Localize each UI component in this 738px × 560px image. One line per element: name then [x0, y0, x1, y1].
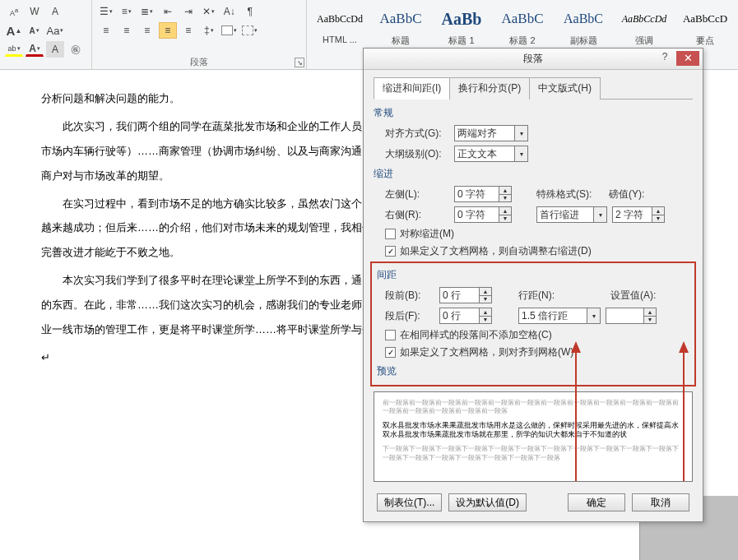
increase-indent-btn[interactable]: ⇥: [179, 3, 197, 20]
indent-left-label: 左侧(L):: [385, 187, 449, 201]
borders-btn[interactable]: ▾: [241, 22, 259, 39]
ruby-btn[interactable]: Aa: [5, 3, 23, 20]
multilevel-btn[interactable]: ≣▾: [138, 3, 156, 20]
dialog-title: 段落: [523, 52, 543, 66]
section-general: 常规: [374, 106, 693, 120]
mirror-check[interactable]: [385, 229, 396, 239]
indent-left-spin[interactable]: 0 字符▲▼: [454, 186, 512, 202]
style-title[interactable]: AaBbC 标题: [371, 2, 430, 50]
indent-right-spin[interactable]: 0 字符▲▼: [454, 206, 512, 223]
section-indent: 缩进: [374, 167, 693, 181]
special-combo[interactable]: 首行缩进▾: [536, 206, 607, 223]
help-btn[interactable]: ?: [655, 51, 675, 66]
char-shading-btn[interactable]: A: [46, 41, 64, 58]
before-spin[interactable]: 0 行▲▼: [439, 287, 492, 303]
line-spacing-btn[interactable]: ‡▾: [200, 22, 218, 39]
paragraph-group: ☰▾ ≡▾ ≣▾ ⇤ ⇥ ✕▾ A↓ ¶ ≡ ≡ ≡ ≡ ≡ ‡▾ ▾ ▾ 段落…: [92, 0, 307, 69]
tab-indent-spacing[interactable]: 缩进和间距(I): [374, 77, 450, 100]
autogrid-check[interactable]: ✓: [385, 246, 396, 257]
close-btn[interactable]: ✕: [676, 51, 699, 66]
enclose-btn[interactable]: W: [26, 3, 44, 20]
autogrid-label: 如果定义了文档网格，则自动调整右缩进(D): [400, 244, 592, 258]
align-center-btn[interactable]: ≡: [118, 22, 136, 39]
distribute-btn[interactable]: ≡: [179, 22, 197, 39]
clear-format-btn[interactable]: Aa▾: [46, 22, 64, 39]
nosame-check[interactable]: [385, 330, 396, 340]
paragraph-dialog: 段落 ? ✕ 缩进和间距(I) 换行和分页(P) 中文版式(H) 常规 对齐方式…: [363, 48, 703, 522]
dialog-titlebar[interactable]: 段落 ? ✕: [364, 49, 703, 70]
shrink-font-btn[interactable]: A▼: [26, 22, 44, 39]
tab-line-page[interactable]: 换行和分页(P): [449, 77, 530, 100]
nosame-label: 在相同样式的段落间不添加空格(C): [400, 328, 552, 342]
style-heading1[interactable]: AaBb 标题 1: [432, 2, 491, 50]
char-border-btn[interactable]: A: [46, 3, 64, 20]
show-marks-btn[interactable]: ¶: [241, 3, 259, 20]
at-label: 设置值(A):: [610, 289, 663, 303]
align-right-btn[interactable]: ≡: [138, 22, 156, 39]
highlight-btn[interactable]: ab▾: [5, 43, 23, 57]
shading-btn[interactable]: ▾: [220, 22, 239, 39]
cancel-button[interactable]: 取消: [632, 493, 689, 511]
section-spacing: 间距: [377, 268, 689, 282]
sort-btn[interactable]: A↓: [220, 3, 239, 20]
paragraph-group-label: 段落: [92, 56, 306, 68]
align-label: 对齐方式(G):: [385, 127, 449, 141]
mirror-label: 对称缩进(M): [400, 227, 454, 241]
justify-btn[interactable]: ≡: [159, 22, 177, 39]
at-spin[interactable]: ▲▼: [606, 308, 657, 324]
tab-asian[interactable]: 中文版式(H): [529, 77, 601, 100]
style-emphasis[interactable]: AaBbCcDd 强调: [615, 2, 674, 50]
ok-button[interactable]: 确定: [568, 493, 625, 511]
align-combo[interactable]: 两端对齐▾: [454, 125, 528, 141]
section-preview: 预览: [377, 364, 689, 378]
special-label: 特殊格式(S):: [536, 187, 604, 201]
asian-layout-btn[interactable]: ✕▾: [200, 3, 218, 20]
style-point[interactable]: AaBbCcD 要点: [675, 2, 735, 50]
snapgrid-check[interactable]: ✓: [385, 347, 396, 358]
after-label: 段后(F):: [385, 309, 434, 323]
by-label: 磅值(Y):: [609, 187, 655, 201]
indent-right-label: 右侧(R):: [385, 208, 449, 222]
dialog-tabs: 缩进和间距(I) 换行和分页(P) 中文版式(H): [374, 76, 693, 100]
enclosed-char-btn[interactable]: ㊑: [67, 41, 85, 58]
preview-box: 前一段落前一段落前一段落前一段落前一段落前一段落前一段落前一段落前一段落前一段落…: [374, 391, 693, 482]
snapgrid-label: 如果定义了文档网格，则对齐到网格(W): [400, 345, 573, 359]
outline-combo[interactable]: 正文文本▾: [454, 146, 528, 162]
paragraph-dialog-launcher[interactable]: ↘: [295, 58, 304, 67]
line-label: 行距(N):: [518, 289, 566, 303]
numbering-btn[interactable]: ≡▾: [118, 3, 136, 20]
spacing-section-highlight: 间距 段前(B): 0 行▲▼ 行距(N): 设置值(A): 段后(F): 0 …: [370, 261, 696, 386]
line-combo[interactable]: 1.5 倍行距▾: [518, 308, 601, 324]
font-color-btn[interactable]: A▾: [26, 43, 44, 57]
after-spin[interactable]: 0 行▲▼: [439, 308, 492, 324]
outline-label: 大纲级别(O):: [385, 147, 449, 161]
dialog-buttons: 制表位(T)... 设为默认值(D) 确定 取消: [374, 488, 693, 513]
before-label: 段前(B):: [385, 289, 434, 303]
default-button[interactable]: 设为默认值(D): [448, 493, 527, 511]
font-group: Aa W A A▲ A▼ Aa▾ ab▾ A▾ A ㊑: [0, 0, 92, 69]
by-spin[interactable]: 2 字符▲▼: [612, 206, 665, 223]
align-left-btn[interactable]: ≡: [97, 22, 115, 39]
style-html[interactable]: AaBbCcDd HTML ...: [310, 2, 369, 50]
tabs-button[interactable]: 制表位(T)...: [377, 493, 442, 511]
decrease-indent-btn[interactable]: ⇤: [159, 3, 177, 20]
style-heading2[interactable]: AaBbC 标题 2: [493, 2, 552, 50]
grow-font-btn[interactable]: A▲: [5, 22, 23, 39]
bullets-btn[interactable]: ☰▾: [97, 3, 115, 20]
style-subtitle[interactable]: AaBbC 副标题: [554, 2, 613, 50]
